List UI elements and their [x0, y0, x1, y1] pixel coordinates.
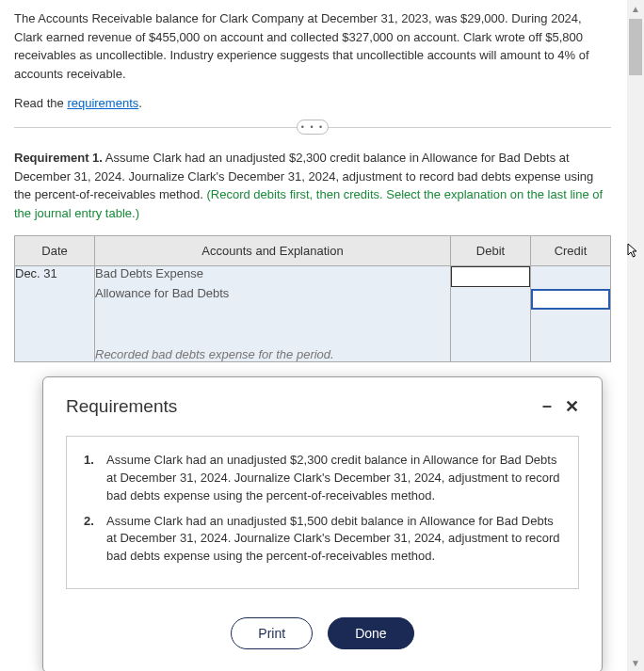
credit-cell — [531, 266, 611, 362]
scrollbar-thumb[interactable] — [629, 19, 642, 75]
explanation-line[interactable]: Recorded bad debts expense for the perio… — [95, 347, 450, 361]
close-icon[interactable]: ✕ — [565, 396, 579, 417]
account-debit-line[interactable]: Bad Debts Expense — [95, 266, 450, 280]
modal-header: Requirements – ✕ — [43, 377, 602, 426]
credit-input[interactable] — [531, 289, 610, 310]
debit-cell — [451, 266, 531, 362]
req-text-1: Assume Clark had an unadjusted $2,300 cr… — [106, 452, 561, 505]
header-debit: Debit — [451, 236, 531, 266]
modal-body: 1. Assume Clark had an unadjusted $2,300… — [66, 436, 579, 589]
journal-entry-table: Date Accounts and Explanation Debit Cred… — [14, 235, 611, 362]
requirement-1-label: Requirement 1. — [14, 151, 103, 165]
modal-footer: Print Done — [43, 608, 602, 671]
requirements-modal: Requirements – ✕ 1. Assume Clark had an … — [42, 376, 603, 671]
expand-icon[interactable]: • • • — [297, 120, 329, 135]
requirement-1-block: Requirement 1. Assume Clark had an unadj… — [14, 149, 611, 222]
read-suffix: . — [138, 96, 142, 110]
header-date: Date — [15, 236, 95, 266]
table-row: Dec. 31 Bad Debts Expense Allowance for … — [15, 266, 611, 362]
date-cell: Dec. 31 — [15, 266, 95, 362]
header-credit: Credit — [531, 236, 611, 266]
list-item: 1. Assume Clark had an unadjusted $2,300… — [84, 452, 561, 505]
print-button[interactable]: Print — [231, 617, 313, 649]
read-requirements-line: Read the requirements. — [14, 96, 611, 110]
minimize-icon[interactable]: – — [542, 396, 552, 417]
done-button[interactable]: Done — [328, 617, 413, 649]
debit-input[interactable] — [451, 266, 530, 287]
header-accounts: Accounts and Explanation — [95, 236, 451, 266]
modal-title: Requirements — [66, 396, 177, 417]
requirements-link[interactable]: requirements — [67, 96, 138, 110]
req-text-2: Assume Clark had an unadjusted $1,500 de… — [106, 513, 561, 567]
accounts-cell: Bad Debts Expense Allowance for Bad Debt… — [95, 266, 451, 362]
scroll-up-icon[interactable]: ▲ — [627, 0, 644, 17]
read-prefix: Read the — [14, 96, 67, 110]
req-num-2: 2. — [84, 513, 106, 567]
problem-statement: The Accounts Receivable balance for Clar… — [14, 9, 611, 83]
scroll-down-icon[interactable]: ▼ — [627, 654, 644, 671]
account-credit-line[interactable]: Allowance for Bad Debts — [95, 286, 450, 300]
req-num-1: 1. — [84, 452, 106, 505]
list-item: 2. Assume Clark had an unadjusted $1,500… — [84, 513, 561, 567]
vertical-scrollbar[interactable]: ▲ ▼ — [627, 0, 644, 671]
section-divider: • • • — [14, 127, 611, 128]
